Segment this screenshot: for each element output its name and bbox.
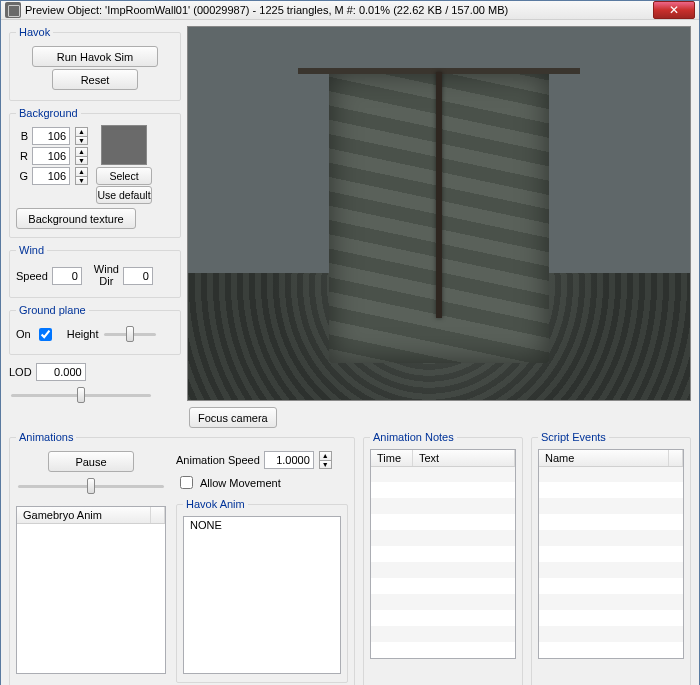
gamebryo-list-body[interactable] xyxy=(17,524,165,673)
havok-group: Havok Run Havok Sim Reset xyxy=(9,26,181,101)
r-spin[interactable]: ▲▼ xyxy=(75,147,88,165)
select-color-button[interactable]: Select xyxy=(96,167,152,185)
lod-label: LOD xyxy=(9,366,32,378)
anim-speed-spin[interactable]: ▲▼ xyxy=(319,451,332,469)
wind-dir-input[interactable] xyxy=(123,267,153,285)
wind-legend: Wind xyxy=(16,244,47,256)
close-icon: ✕ xyxy=(669,3,679,17)
app-icon xyxy=(5,2,21,18)
events-legend: Script Events xyxy=(538,431,609,443)
color-swatch[interactable] xyxy=(101,125,147,165)
notes-col-time[interactable]: Time xyxy=(371,450,413,466)
animation-notes-group: Animation Notes Time Text xyxy=(363,431,523,685)
animations-group: Animations Pause Gamebryo Anim Animation… xyxy=(9,431,355,685)
anim-speed-input[interactable] xyxy=(264,451,314,469)
preview-window: Preview Object: 'ImpRoomWall01' (0002998… xyxy=(0,0,700,685)
lod-input[interactable] xyxy=(36,363,86,381)
script-events-group: Script Events Name xyxy=(531,431,691,685)
ground-plane-group: Ground plane On Height xyxy=(9,304,181,355)
g-label: G xyxy=(16,170,28,182)
ground-legend: Ground plane xyxy=(16,304,89,316)
r-input[interactable] xyxy=(32,147,70,165)
left-panel: Havok Run Havok Sim Reset Background B ▲… xyxy=(9,26,181,401)
titlebar-text: Preview Object: 'ImpRoomWall01' (0002998… xyxy=(25,4,653,16)
animations-legend: Animations xyxy=(16,431,76,443)
reset-button[interactable]: Reset xyxy=(52,69,138,90)
close-button[interactable]: ✕ xyxy=(653,1,695,19)
events-list[interactable]: Name xyxy=(538,449,684,659)
events-col-name[interactable]: Name xyxy=(539,450,669,466)
ground-height-label: Height xyxy=(67,328,99,340)
notes-col-text[interactable]: Text xyxy=(413,450,515,466)
havok-legend: Havok xyxy=(16,26,53,38)
havok-anim-group: Havok Anim NONE xyxy=(176,498,348,683)
b-input[interactable] xyxy=(32,127,70,145)
pause-button[interactable]: Pause xyxy=(48,451,134,472)
notes-legend: Animation Notes xyxy=(370,431,457,443)
havok-anim-value: NONE xyxy=(184,517,340,673)
animation-scrub-slider[interactable] xyxy=(18,478,164,494)
ground-on-checkbox[interactable] xyxy=(39,328,52,341)
havok-anim-list[interactable]: NONE xyxy=(183,516,341,674)
wind-speed-label: Speed xyxy=(16,270,48,282)
gamebryo-header: Gamebryo Anim xyxy=(17,507,151,523)
preview-viewport[interactable] xyxy=(187,26,691,401)
lod-slider[interactable] xyxy=(11,391,151,399)
g-spin[interactable]: ▲▼ xyxy=(75,167,88,185)
preview-beam xyxy=(436,72,442,318)
window-body: Havok Run Havok Sim Reset Background B ▲… xyxy=(1,20,699,685)
wind-group: Wind Speed Wind Dir xyxy=(9,244,181,298)
ground-on-label: On xyxy=(16,328,31,340)
allow-movement-label: Allow Movement xyxy=(200,477,281,489)
b-label: B xyxy=(16,130,28,142)
ground-height-slider[interactable] xyxy=(104,326,156,342)
havok-anim-legend: Havok Anim xyxy=(183,498,248,510)
run-havok-button[interactable]: Run Havok Sim xyxy=(32,46,158,67)
events-list-body[interactable] xyxy=(539,467,683,658)
background-texture-button[interactable]: Background texture xyxy=(16,208,136,229)
background-legend: Background xyxy=(16,107,81,119)
r-label: R xyxy=(16,150,28,162)
bottom-row: Animations Pause Gamebryo Anim Animation… xyxy=(9,407,691,685)
wind-speed-input[interactable] xyxy=(52,267,82,285)
anim-speed-label: Animation Speed xyxy=(176,454,260,466)
background-group: Background B ▲▼ R ▲▼ xyxy=(9,107,181,238)
notes-list[interactable]: Time Text xyxy=(370,449,516,659)
titlebar[interactable]: Preview Object: 'ImpRoomWall01' (0002998… xyxy=(1,1,699,20)
gamebryo-anim-list[interactable]: Gamebryo Anim xyxy=(16,506,166,674)
allow-movement-checkbox[interactable] xyxy=(180,476,193,489)
notes-list-body[interactable] xyxy=(371,467,515,658)
b-spin[interactable]: ▲▼ xyxy=(75,127,88,145)
g-input[interactable] xyxy=(32,167,70,185)
wind-dir-label: Wind Dir xyxy=(94,264,119,287)
use-default-button[interactable]: Use default xyxy=(96,186,152,204)
